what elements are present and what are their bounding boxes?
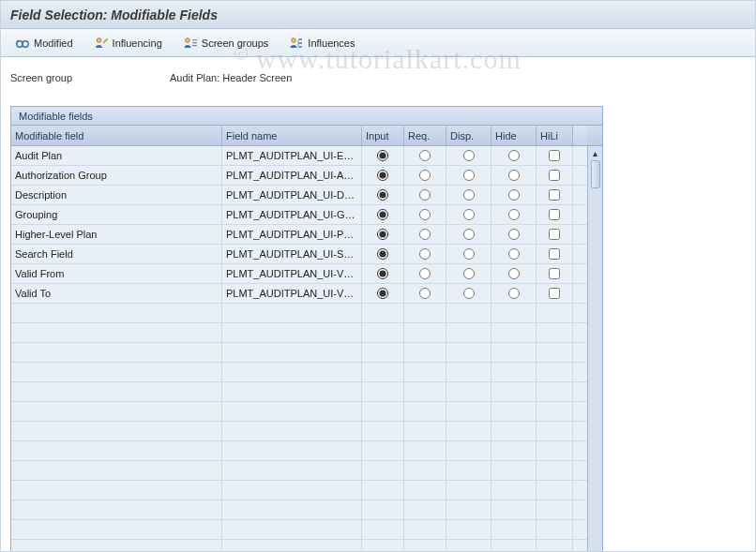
input-radio[interactable] (377, 170, 388, 181)
cell-field-name[interactable]: PLMT_AUDITPLAN_UI-D… (222, 186, 362, 204)
hide-radio[interactable] (508, 288, 520, 299)
disp-radio[interactable] (463, 268, 475, 279)
col-field-name[interactable]: Field name (222, 126, 362, 145)
cell-field-name[interactable]: PLMT_AUDITPLAN_UI-G… (222, 205, 362, 224)
hili-checkbox[interactable] (549, 150, 560, 161)
cell-modifiable-field[interactable] (11, 323, 222, 342)
cell-modifiable-field[interactable] (11, 363, 222, 381)
cell-field-name[interactable]: PLMT_AUDITPLAN_UI-V… (222, 264, 362, 283)
req-radio[interactable] (419, 189, 431, 201)
scroll-down-icon[interactable]: ▾ (589, 546, 602, 552)
input-radio[interactable] (377, 268, 388, 279)
hide-radio[interactable] (508, 209, 520, 220)
cell-field-name[interactable] (222, 520, 362, 539)
cell-field-name[interactable]: PLMT_AUDITPLAN_UI-P… (222, 225, 362, 244)
hide-radio[interactable] (508, 170, 520, 181)
cell-field-name[interactable] (222, 500, 362, 519)
req-radio[interactable] (419, 229, 431, 240)
input-radio[interactable] (377, 209, 388, 220)
cell-modifiable-field[interactable] (11, 500, 222, 519)
hide-radio[interactable] (508, 248, 520, 260)
cell-modifiable-field[interactable] (11, 481, 222, 500)
hili-checkbox[interactable] (549, 189, 560, 201)
cell-field-name[interactable] (222, 382, 362, 401)
hili-checkbox[interactable] (549, 229, 560, 240)
disp-radio[interactable] (463, 209, 475, 220)
cell-disp (446, 363, 491, 381)
hili-checkbox[interactable] (549, 209, 560, 220)
hili-checkbox[interactable] (549, 268, 560, 279)
cell-field-name[interactable] (222, 402, 362, 421)
cell-modifiable-field[interactable] (11, 520, 222, 539)
disp-radio[interactable] (463, 189, 475, 201)
col-modifiable-field[interactable]: Modifiable field (11, 126, 222, 145)
disp-radio[interactable] (463, 150, 475, 161)
scroll-track[interactable] (588, 159, 602, 546)
cell-modifiable-field[interactable] (11, 461, 222, 480)
disp-radio[interactable] (463, 288, 475, 299)
disp-radio[interactable] (463, 170, 475, 181)
cell-field-name[interactable]: PLMT_AUDITPLAN_UI-V… (222, 284, 362, 303)
cell-field-name[interactable] (222, 304, 362, 322)
cell-modifiable-field[interactable]: Higher-Level Plan (11, 225, 222, 244)
req-radio[interactable] (419, 268, 431, 279)
cell-modifiable-field[interactable] (11, 540, 222, 552)
cell-modifiable-field[interactable]: Grouping (11, 205, 222, 224)
hide-radio[interactable] (508, 229, 520, 240)
disp-radio[interactable] (463, 248, 475, 260)
cell-field-name[interactable] (222, 323, 362, 342)
col-input[interactable]: Input (362, 126, 404, 145)
hide-radio[interactable] (508, 189, 520, 201)
cell-modifiable-field[interactable] (11, 402, 222, 421)
col-req[interactable]: Req. (404, 126, 446, 145)
input-radio[interactable] (377, 150, 388, 161)
col-hili[interactable]: HiLi (537, 126, 573, 145)
req-radio[interactable] (419, 170, 431, 181)
scroll-up-icon[interactable]: ▴ (589, 146, 602, 159)
screen-groups-button[interactable]: Screen groups (174, 33, 278, 53)
cell-modifiable-field[interactable] (11, 382, 222, 401)
cell-modifiable-field[interactable]: Authorization Group (11, 166, 222, 185)
cell-modifiable-field[interactable] (11, 304, 222, 322)
hili-checkbox[interactable] (549, 170, 560, 181)
hide-radio[interactable] (508, 268, 520, 279)
cell-field-name[interactable] (222, 481, 362, 500)
req-radio[interactable] (419, 150, 431, 161)
influencing-button[interactable]: Influencing (85, 33, 171, 53)
req-radio[interactable] (419, 288, 431, 299)
disp-radio[interactable] (463, 229, 475, 240)
cell-field-name[interactable]: PLMT_AUDITPLAN_UI-A… (222, 166, 362, 185)
input-radio[interactable] (377, 189, 388, 201)
hili-checkbox[interactable] (549, 248, 560, 260)
cell-field-name[interactable] (222, 363, 362, 381)
input-radio[interactable] (377, 248, 388, 260)
cell-field-name[interactable] (222, 441, 362, 460)
col-corner[interactable] (573, 126, 587, 145)
cell-field-name[interactable] (222, 422, 362, 440)
cell-modifiable-field[interactable]: Valid To (11, 284, 222, 303)
hili-checkbox[interactable] (549, 288, 560, 299)
scroll-thumb[interactable] (591, 160, 600, 188)
cell-modifiable-field[interactable]: Valid From (11, 264, 222, 283)
req-radio[interactable] (419, 248, 431, 260)
req-radio[interactable] (419, 209, 431, 220)
modified-button[interactable]: Modified (7, 33, 82, 53)
vertical-scrollbar[interactable]: ▴ ▾ (587, 146, 602, 552)
cell-field-name[interactable]: PLMT_AUDITPLAN_UI-E… (222, 146, 362, 165)
cell-modifiable-field[interactable]: Audit Plan (11, 146, 222, 165)
input-radio[interactable] (377, 288, 388, 299)
influences-button[interactable]: Influences (280, 33, 363, 53)
cell-modifiable-field[interactable]: Description (11, 186, 222, 204)
cell-field-name[interactable] (222, 343, 362, 362)
input-radio[interactable] (377, 229, 388, 240)
cell-modifiable-field[interactable]: Search Field (11, 245, 222, 263)
cell-field-name[interactable] (222, 461, 362, 480)
hide-radio[interactable] (508, 150, 520, 161)
cell-modifiable-field[interactable] (11, 422, 222, 440)
col-disp[interactable]: Disp. (446, 126, 491, 145)
cell-field-name[interactable]: PLMT_AUDITPLAN_UI-S… (222, 245, 362, 263)
cell-modifiable-field[interactable] (11, 441, 222, 460)
cell-modifiable-field[interactable] (11, 343, 222, 362)
col-hide[interactable]: Hide (491, 126, 537, 145)
cell-field-name[interactable] (222, 540, 362, 552)
